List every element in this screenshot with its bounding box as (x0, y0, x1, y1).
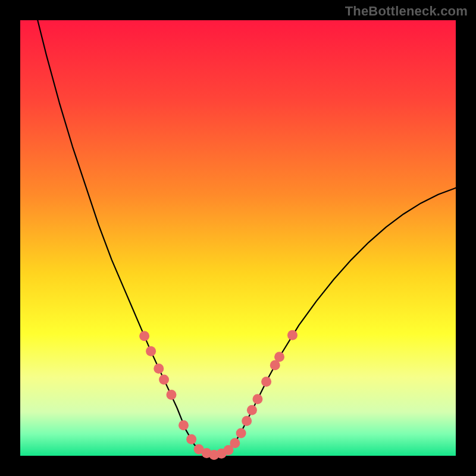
marker-dot (154, 364, 164, 374)
marker-dot (186, 434, 196, 444)
plot-background (20, 20, 456, 456)
marker-dot (236, 428, 246, 438)
marker-dot (230, 438, 240, 448)
marker-dot (287, 330, 298, 340)
marker-dot (167, 390, 177, 400)
marker-dot (247, 405, 257, 415)
marker-dot (139, 331, 149, 341)
marker-dot (274, 352, 284, 362)
bottleneck-chart (0, 0, 476, 476)
marker-dot (146, 346, 156, 356)
marker-dot (242, 416, 252, 426)
chart-frame: { "watermark": "TheBottleneck.com", "cha… (0, 0, 476, 476)
marker-dot (178, 420, 189, 430)
marker-dot (159, 374, 169, 384)
marker-dot (261, 377, 271, 387)
marker-dot (252, 394, 262, 404)
